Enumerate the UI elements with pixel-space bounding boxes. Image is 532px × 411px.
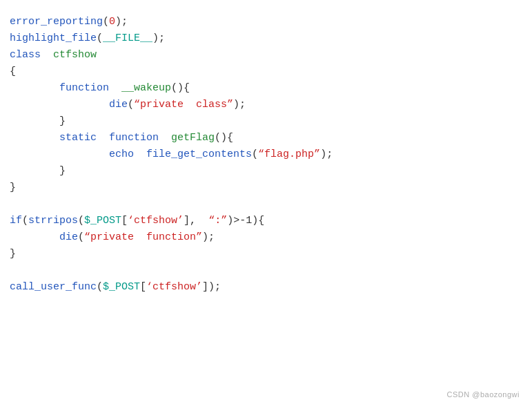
code-line-8: static function getFlag(){ [10,130,518,146]
code-line-11: } [10,180,518,196]
code-line-6: die(“private class”); [10,97,518,113]
code-container: error_reporting(0); highlight_file(__FIL… [0,0,532,411]
code-line-17: call_user_func($_POST[‘ctfshow’]); [10,279,518,296]
code-line-14: die(“private function”); [10,229,518,246]
code-line-5: function __wakeup(){ [10,80,518,97]
code-line-7: } [10,113,518,130]
code-line-10: } [10,163,518,180]
code-line-12 [10,196,518,213]
code-line-2: highlight_file(__FILE__); [10,30,518,47]
code-line-9: echo file_get_contents(“flag.php”); [10,146,518,163]
watermark: CSDN @baozongwi [447,389,520,401]
code-line-13: if(strripos($_POST[‘ctfshow’], “:”)>-1){ [10,213,518,229]
code-line-16 [10,262,518,279]
code-line-3: class ctfshow [10,47,518,64]
code-line-1: error_reporting(0); [10,14,518,30]
code-line-15: } [10,246,518,262]
code-line-4: { [10,64,518,80]
